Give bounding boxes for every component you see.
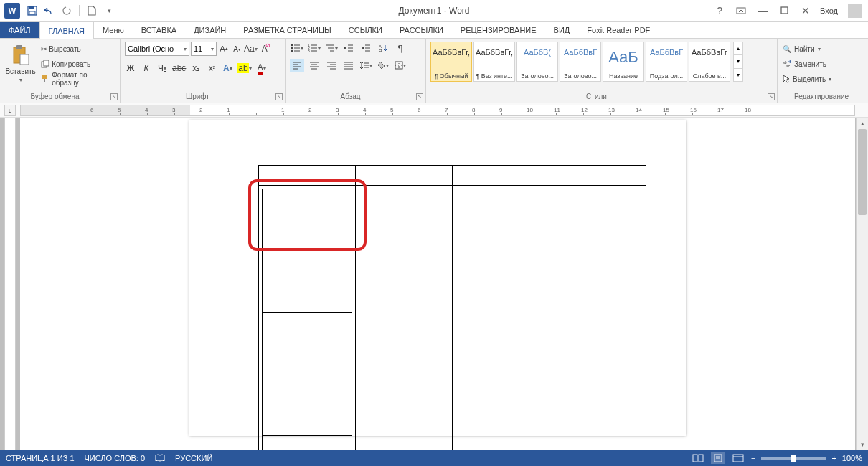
bold-button[interactable]: Ж [125, 62, 136, 75]
scroll-thumb[interactable] [858, 129, 867, 215]
tab-menu[interactable]: Меню [94, 22, 133, 38]
document-page[interactable] [189, 120, 686, 436]
vertical-ruler[interactable] [4, 118, 16, 450]
align-center-button[interactable] [307, 59, 321, 72]
group-editing: 🔍Найти▾ abacЗаменить Выделить▾ Редактиро… [778, 39, 868, 103]
paste-button[interactable]: Вставить ▾ [4, 42, 37, 86]
gallery-more-icon[interactable]: ▾ [734, 69, 742, 81]
web-layout-icon[interactable] [731, 452, 745, 464]
zoom-level[interactable]: 100% [842, 454, 862, 462]
copy-button[interactable]: Копировать [39, 57, 115, 71]
change-case-button[interactable]: Aa▾ [244, 42, 258, 55]
bullets-button[interactable]: ▾ [290, 42, 304, 54]
align-left-button[interactable] [290, 59, 304, 72]
tab-file[interactable]: ФАЙЛ [0, 22, 39, 38]
style-item[interactable]: АаБбВ(Заголово... [516, 42, 558, 82]
clear-formatting-button[interactable]: A⊘ [259, 42, 270, 55]
style-item[interactable]: АаБбВвГг,¶ Без инте... [473, 42, 515, 82]
text-effects-button[interactable]: A▾ [222, 62, 233, 75]
scroll-up-icon[interactable]: ▴ [857, 118, 868, 129]
svg-rect-4 [737, 8, 745, 14]
dialog-launcher-icon[interactable]: ⤡ [416, 93, 423, 100]
replace-button[interactable]: abacЗаменить [782, 57, 864, 71]
align-right-button[interactable] [324, 59, 339, 72]
print-layout-icon[interactable] [711, 452, 725, 464]
subscript-button[interactable]: x₂ [190, 62, 202, 75]
cut-button[interactable]: ✂Вырезать [39, 42, 115, 56]
font-size-select[interactable]: 11▾ [191, 42, 217, 56]
scroll-down-icon[interactable]: ▾ [857, 439, 868, 450]
maximize-icon[interactable] [777, 4, 791, 18]
tab-mailings[interactable]: РАССЫЛКИ [391, 22, 452, 38]
help-icon[interactable]: ? [712, 4, 727, 18]
zoom-in-button[interactable]: + [831, 454, 836, 462]
zoom-out-button[interactable]: − [751, 454, 755, 462]
gallery-down-icon[interactable]: ▾ [734, 55, 742, 68]
highlight-button[interactable]: ab▾ [237, 62, 251, 75]
style-item[interactable]: АаБбВвГЗаголово... [560, 42, 601, 82]
status-bar: СТРАНИЦА 1 ИЗ 1 ЧИСЛО СЛОВ: 0 РУССКИЙ − … [0, 450, 868, 466]
minimize-icon[interactable]: — [755, 4, 770, 18]
sort-button[interactable]: AЯ [376, 42, 390, 54]
style-item[interactable]: АаБбВвГг,¶ Обычный [430, 42, 472, 82]
style-label: Подзагол... [648, 72, 685, 80]
tab-review[interactable]: РЕЦЕНЗИРОВАНИЕ [452, 22, 545, 38]
italic-button[interactable]: К [141, 62, 152, 75]
sign-in-link[interactable]: Вход [820, 6, 838, 15]
grow-font-button[interactable]: A▴ [218, 42, 230, 55]
chevron-down-icon: ▾ [19, 77, 22, 83]
numbering-button[interactable]: 123▾ [307, 42, 321, 54]
gallery-up-icon[interactable]: ▴ [734, 42, 742, 55]
close-icon[interactable]: ✕ [798, 4, 813, 18]
new-doc-icon[interactable] [85, 4, 98, 17]
increase-indent-button[interactable] [359, 42, 373, 54]
decrease-indent-button[interactable] [341, 42, 356, 54]
tab-selector[interactable]: L [4, 105, 16, 116]
shrink-font-button[interactable]: A▾ [231, 42, 242, 55]
zoom-knob[interactable] [791, 455, 796, 462]
style-item[interactable]: АаБНазвание [603, 42, 644, 82]
shading-button[interactable]: ▾ [376, 59, 390, 72]
group-font: Calibri (Осно▾ 11▾ A▴ A▾ Aa▾ A⊘ Ж К Ч▾ a… [121, 39, 286, 103]
tab-references[interactable]: ССЫЛКИ [340, 22, 391, 38]
underline-button[interactable]: Ч▾ [156, 62, 168, 75]
format-painter-button[interactable]: Формат по образцу [39, 72, 115, 86]
tab-insert[interactable]: ВСТАВКА [133, 22, 185, 38]
tab-foxit[interactable]: Foxit Reader PDF [578, 22, 659, 38]
status-word-count[interactable]: ЧИСЛО СЛОВ: 0 [85, 454, 146, 462]
font-color-button[interactable]: A▾ [256, 62, 268, 75]
horizontal-ruler[interactable]: 654321123456789101112131415161718 [20, 105, 855, 116]
read-mode-icon[interactable] [691, 452, 705, 464]
status-page[interactable]: СТРАНИЦА 1 ИЗ 1 [6, 454, 75, 462]
redo-icon[interactable] [60, 4, 73, 17]
status-spellcheck[interactable] [155, 454, 165, 462]
tab-view[interactable]: ВИД [545, 22, 579, 38]
font-name-select[interactable]: Calibri (Осно▾ [125, 42, 189, 56]
justify-button[interactable] [341, 59, 356, 72]
borders-button[interactable]: ▾ [393, 59, 407, 72]
qat-customize-icon[interactable]: ▾ [103, 4, 115, 17]
strikethrough-button[interactable]: abc [172, 62, 186, 75]
dialog-launcher-icon[interactable]: ⤡ [110, 93, 118, 100]
find-button[interactable]: 🔍Найти▾ [782, 42, 864, 56]
ribbon-display-icon[interactable] [734, 4, 748, 18]
save-icon[interactable] [26, 4, 39, 17]
dialog-launcher-icon[interactable]: ⤡ [275, 93, 283, 100]
avatar[interactable] [848, 4, 862, 18]
select-button[interactable]: Выделить▾ [782, 72, 864, 86]
zoom-slider[interactable] [761, 457, 826, 460]
superscript-button[interactable]: x² [206, 62, 217, 75]
show-marks-button[interactable]: ¶ [393, 42, 407, 54]
dialog-launcher-icon[interactable]: ⤡ [768, 93, 775, 100]
line-spacing-button[interactable]: ▾ [359, 59, 373, 72]
status-language[interactable]: РУССКИЙ [175, 454, 212, 462]
vertical-scrollbar[interactable]: ▴ ▾ [856, 118, 868, 450]
style-item[interactable]: АаБбВвГПодзагол... [646, 42, 687, 82]
tab-design[interactable]: ДИЗАЙН [185, 22, 235, 38]
undo-icon[interactable] [43, 4, 56, 17]
style-item[interactable]: АаБбВвГгСлабое в... [689, 42, 730, 82]
tab-home[interactable]: ГЛАВНАЯ [39, 22, 94, 39]
multilevel-list-button[interactable]: ▾ [324, 42, 339, 54]
tab-page-layout[interactable]: РАЗМЕТКА СТРАНИЦЫ [235, 22, 339, 38]
svg-rect-59 [693, 455, 697, 462]
